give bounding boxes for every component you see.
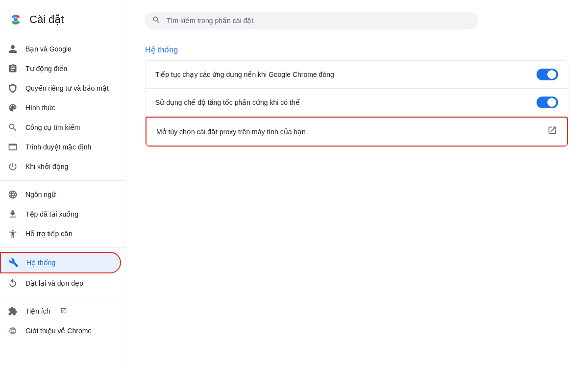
power-icon <box>8 162 18 171</box>
sidebar-item-label: Khi khởi động <box>25 163 68 171</box>
sidebar-divider <box>0 180 125 181</box>
sidebar-item-ho-tro-tiep-can[interactable]: Hỗ trợ tiếp cận <box>0 224 121 244</box>
external-link-icon <box>547 125 557 138</box>
shield-icon <box>8 83 18 93</box>
setting-row-hardware-accel: Sử dụng chế độ tăng tốc phần cứng khi có… <box>146 89 568 117</box>
toggle-background-apps[interactable] <box>537 69 558 80</box>
sidebar-divider <box>0 297 125 297</box>
sidebar-item-trinh-duyet[interactable]: Trình duyệt mặc định <box>0 137 121 157</box>
sidebar-item-gioi-thieu[interactable]: Giới thiệu về Chrome <box>0 321 121 341</box>
sidebar-nav: Bạn và GoogleTự động điềnQuyền riêng tư … <box>0 39 125 341</box>
puzzle-icon <box>8 306 18 316</box>
sidebar-item-khi-khoi-dong[interactable]: Khi khởi động <box>0 157 121 176</box>
browser-icon <box>8 142 18 152</box>
restore-icon <box>8 278 18 288</box>
sidebar-item-label: Hỗ trợ tiếp cận <box>25 230 73 238</box>
sidebar-item-label: Hình thức <box>25 104 55 112</box>
palette-icon <box>8 103 18 113</box>
search-input[interactable] <box>145 12 478 29</box>
wrench-icon <box>9 258 19 268</box>
sidebar-item-he-thong[interactable]: Hệ thống <box>0 252 121 273</box>
sidebar-divider <box>0 247 125 248</box>
sidebar: Cài đặt Bạn và GoogleTự động điềnQuyền r… <box>0 0 125 367</box>
sidebar-item-tep-da-tai-xuong[interactable]: Tệp đã tải xuống <box>0 204 121 224</box>
sidebar-item-quyen-rieng-tu[interactable]: Quyền riêng tư và bảo mật <box>0 78 121 98</box>
sidebar-item-label: Quyền riêng tư và bảo mật <box>25 84 109 92</box>
sidebar-item-cong-cu-tim-kiem[interactable]: Công cụ tìm kiếm <box>0 118 121 137</box>
setting-row-proxy[interactable]: Mở tùy chọn cài đặt proxy trên máy tính … <box>146 117 568 147</box>
toggle-hardware-accel[interactable] <box>537 97 558 108</box>
sidebar-item-hinh-thuc[interactable]: Hình thức <box>0 98 121 118</box>
sidebar-item-label: Hệ thống <box>26 259 55 267</box>
download-icon <box>8 209 18 219</box>
page-title: Cài đặt <box>29 13 64 26</box>
sidebar-header: Cài đặt <box>0 8 125 39</box>
toggle-background-apps-slider <box>537 69 558 80</box>
person-icon <box>8 44 18 54</box>
sidebar-item-tien-ich[interactable]: Tiện ích <box>0 301 121 321</box>
search-icon <box>152 16 161 26</box>
section-title: Hệ thống <box>145 45 568 54</box>
accessibility-icon <box>8 229 18 239</box>
sidebar-item-label: Công cụ tìm kiếm <box>25 123 80 131</box>
sidebar-item-label: Giới thiệu về Chrome <box>25 327 92 335</box>
sidebar-item-label: Ngôn ngữ <box>25 191 56 198</box>
globe-icon <box>8 190 18 199</box>
setting-row-background-apps: Tiếp tục chạy các ứng dụng nền khi Googl… <box>146 61 568 89</box>
main-content: Hệ thống Tiếp tục chạy các ứng dụng nền … <box>125 0 588 367</box>
sidebar-item-label: Đặt lại và dọn dẹp <box>25 279 83 287</box>
chrome-logo-icon <box>8 12 24 27</box>
sidebar-item-label: Trình duyệt mặc định <box>25 143 91 151</box>
search-bar-container <box>145 12 478 29</box>
setting-label-background-apps: Tiếp tục chạy các ứng dụng nền khi Googl… <box>155 71 334 78</box>
svg-point-5 <box>12 330 14 332</box>
settings-card: Tiếp tục chạy các ứng dụng nền khi Googl… <box>145 60 568 147</box>
chrome-info-icon <box>8 326 18 336</box>
search-icon <box>8 122 18 132</box>
setting-label-hardware-accel: Sử dụng chế độ tăng tốc phần cứng khi có… <box>155 98 300 106</box>
external-link-small-icon <box>60 307 67 316</box>
sidebar-item-ngon-ngu[interactable]: Ngôn ngữ <box>0 185 121 204</box>
sidebar-item-label: Bạn và Google <box>25 45 72 53</box>
sidebar-item-label: Tiện ích <box>25 307 50 315</box>
clipboard-icon <box>8 64 18 73</box>
setting-label-proxy: Mở tùy chọn cài đặt proxy trên máy tính … <box>156 128 306 136</box>
sidebar-item-ban-va-google[interactable]: Bạn và Google <box>0 39 121 59</box>
sidebar-item-tu-dong-dien[interactable]: Tự động điền <box>0 59 121 78</box>
sidebar-item-label: Tự động điền <box>25 65 67 73</box>
sidebar-item-dat-lai-va-don-dep[interactable]: Đặt lại và dọn dẹp <box>0 273 121 293</box>
sidebar-item-label: Tệp đã tải xuống <box>25 210 78 218</box>
toggle-hardware-accel-slider <box>537 97 558 108</box>
